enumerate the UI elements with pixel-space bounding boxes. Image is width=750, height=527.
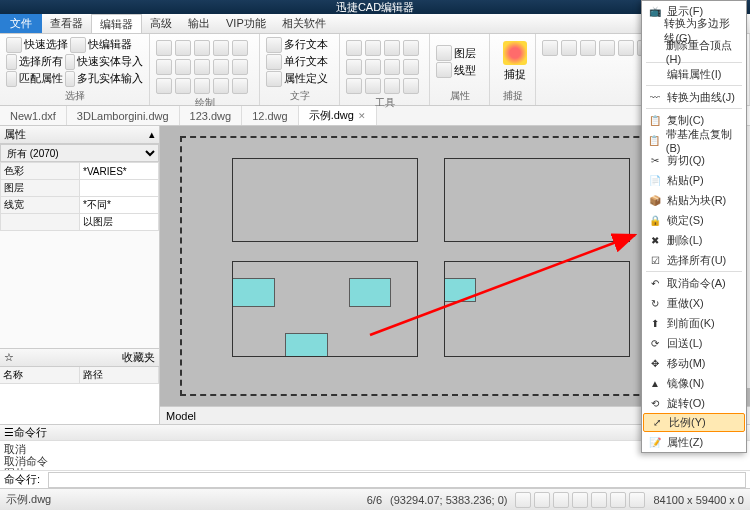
mtext-icon[interactable]	[266, 37, 282, 53]
menu-viewer[interactable]: 查看器	[42, 14, 91, 33]
menu-advanced[interactable]: 高级	[142, 14, 180, 33]
menubar: 文件 查看器 编辑器 高级 输出 VIP功能 相关软件	[0, 14, 750, 34]
doc-tab[interactable]: 12.dwg	[242, 106, 298, 125]
property-filter[interactable]: 所有 (2070)	[0, 144, 159, 162]
layer-icon[interactable]	[436, 45, 452, 61]
misc-icon[interactable]	[618, 40, 634, 56]
tool-icon[interactable]	[346, 78, 362, 94]
menu-item-icon: ⤢	[650, 416, 664, 430]
draw-tool-icon[interactable]	[232, 40, 248, 56]
polar-toggle-icon[interactable]	[572, 492, 588, 508]
panel-toggle-icon[interactable]: ▴	[149, 128, 155, 141]
misc-icon[interactable]	[599, 40, 615, 56]
menu-item-icon: 📋	[648, 113, 662, 127]
ribbon-group-capture: 捕捉 捕捉	[490, 34, 536, 105]
grid-toggle-icon[interactable]	[534, 492, 550, 508]
import-icon[interactable]	[65, 54, 76, 70]
draw-tool-icon[interactable]	[194, 59, 210, 75]
menu-editor[interactable]: 编辑器	[91, 14, 142, 33]
context-menu-item[interactable]: ✖删除(L)	[642, 230, 746, 250]
context-menu-item[interactable]: ⟳回送(L)	[642, 333, 746, 353]
draw-tool-icon[interactable]	[156, 59, 172, 75]
context-menu-item[interactable]: ↶取消命令(A)	[642, 273, 746, 293]
context-menu-item[interactable]: 📄粘贴(P)	[642, 170, 746, 190]
draw-tool-icon[interactable]	[175, 59, 191, 75]
draw-tool-icon[interactable]	[213, 59, 229, 75]
model-toggle-icon[interactable]	[629, 492, 645, 508]
draw-tool-icon[interactable]	[194, 40, 210, 56]
quick-select-icon[interactable]	[6, 37, 22, 53]
context-menu: 📺显示(F)转换为多边形线(G)删除重合顶点(H)编辑属性(I)〰转换为曲线(J…	[641, 0, 747, 453]
tool-icon[interactable]	[384, 59, 400, 75]
command-history: 取消 取消命令 图片 图片	[0, 441, 750, 470]
menu-item-icon	[648, 44, 661, 58]
context-menu-item[interactable]: 📝属性(Z)	[642, 432, 746, 452]
context-menu-item[interactable]: 删除重合顶点(H)	[642, 41, 746, 61]
tool-icon[interactable]	[365, 78, 381, 94]
menu-item-icon: 🔒	[648, 213, 662, 227]
multi-input-icon[interactable]	[65, 71, 76, 87]
menu-item-label: 旋转(O)	[667, 396, 705, 411]
menu-related[interactable]: 相关软件	[274, 14, 334, 33]
ortho-toggle-icon[interactable]	[553, 492, 569, 508]
match-prop-icon[interactable]	[6, 71, 17, 87]
draw-tool-icon[interactable]	[175, 40, 191, 56]
misc-icon[interactable]	[542, 40, 558, 56]
context-menu-item[interactable]: ⟲旋转(O)	[642, 393, 746, 413]
tool-icon[interactable]	[403, 59, 419, 75]
draw-tool-icon[interactable]	[194, 78, 210, 94]
context-menu-item[interactable]: 📦粘贴为块(R)	[642, 190, 746, 210]
menu-item-icon: 〰	[648, 90, 662, 104]
select-all-icon[interactable]	[6, 54, 17, 70]
doc-tab[interactable]: 123.dwg	[180, 106, 243, 125]
context-menu-item[interactable]: ⬆到前面(K)	[642, 313, 746, 333]
osnap-toggle-icon[interactable]	[591, 492, 607, 508]
context-menu-item[interactable]: ↻重做(X)	[642, 293, 746, 313]
draw-tool-icon[interactable]	[232, 59, 248, 75]
context-menu-item[interactable]: ⤢比例(Y)	[643, 413, 745, 432]
menu-item-icon: 📦	[648, 193, 662, 207]
capture-button[interactable]: 捕捉	[496, 36, 534, 86]
command-input[interactable]	[48, 472, 746, 488]
context-menu-item[interactable]: ☑选择所有(U)	[642, 250, 746, 270]
doc-tab[interactable]: New1.dxf	[0, 106, 67, 125]
tool-icon[interactable]	[403, 78, 419, 94]
misc-icon[interactable]	[561, 40, 577, 56]
draw-tool-icon[interactable]	[232, 78, 248, 94]
tool-icon[interactable]	[346, 40, 362, 56]
draw-tool-icon[interactable]	[213, 40, 229, 56]
context-menu-item[interactable]: ▲镜像(N)	[642, 373, 746, 393]
menu-item-icon: 📄	[648, 173, 662, 187]
quick-edit-icon[interactable]	[70, 37, 86, 53]
context-menu-item[interactable]: 编辑属性(I)	[642, 64, 746, 84]
stext-icon[interactable]	[266, 54, 282, 70]
draw-tool-icon[interactable]	[175, 78, 191, 94]
draw-tool-icon[interactable]	[156, 40, 172, 56]
snap-toggle-icon[interactable]	[515, 492, 531, 508]
menu-vip[interactable]: VIP功能	[218, 14, 274, 33]
draw-tool-icon[interactable]	[156, 78, 172, 94]
context-menu-item[interactable]: ✥移动(M)	[642, 353, 746, 373]
lwt-toggle-icon[interactable]	[610, 492, 626, 508]
linetype-icon[interactable]	[436, 62, 452, 78]
status-dims: 84100 x 59400 x 0	[653, 494, 744, 506]
misc-icon[interactable]	[580, 40, 596, 56]
file-menu[interactable]: 文件	[0, 14, 42, 33]
tool-icon[interactable]	[346, 59, 362, 75]
tool-icon[interactable]	[384, 78, 400, 94]
tool-icon[interactable]	[384, 40, 400, 56]
context-menu-item[interactable]: 🔒锁定(S)	[642, 210, 746, 230]
doc-tab[interactable]: 3DLamborgini.dwg	[67, 106, 180, 125]
context-menu-item[interactable]: 📋带基准点复制(B)	[642, 130, 746, 150]
tool-icon[interactable]	[365, 40, 381, 56]
draw-tool-icon[interactable]	[213, 78, 229, 94]
menu-item-label: 属性(Z)	[667, 435, 703, 450]
doc-tab-active[interactable]: 示例.dwg✕	[299, 106, 377, 125]
menu-item-label: 选择所有(U)	[667, 253, 726, 268]
menu-output[interactable]: 输出	[180, 14, 218, 33]
tool-icon[interactable]	[365, 59, 381, 75]
attrdef-icon[interactable]	[266, 71, 282, 87]
context-menu-item[interactable]: 〰转换为曲线(J)	[642, 87, 746, 107]
close-icon[interactable]: ✕	[358, 111, 366, 121]
tool-icon[interactable]	[403, 40, 419, 56]
